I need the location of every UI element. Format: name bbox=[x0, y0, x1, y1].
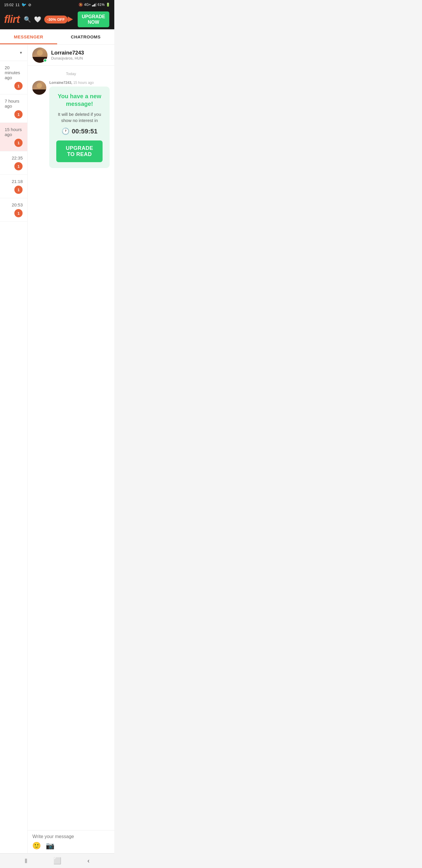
unread-badge: 1 bbox=[14, 82, 23, 90]
network-type: 4G+ bbox=[84, 3, 91, 7]
unread-badge: 1 bbox=[14, 162, 23, 170]
chat-username: Lorraine7243 bbox=[51, 50, 84, 56]
bottom-nav: ⦀ ⬜ ‹ bbox=[0, 853, 114, 868]
message-card: You have a new message! It will be delet… bbox=[49, 87, 109, 168]
time: 15:02 bbox=[4, 3, 14, 7]
battery-level: 61% bbox=[98, 3, 105, 7]
list-item[interactable]: 7 hours ago 1 bbox=[0, 94, 27, 123]
unread-badge: 1 bbox=[14, 209, 23, 217]
notification-count: 11 bbox=[15, 3, 20, 7]
message-sender-time: Lorraine7243, 15 hours ago bbox=[49, 81, 109, 85]
conversation-time: 20:53 bbox=[12, 202, 23, 207]
list-item[interactable]: 20 minutes ago 1 bbox=[0, 61, 27, 94]
list-item[interactable]: 21:18 1 bbox=[0, 175, 27, 198]
dnd-icon: ⊘ bbox=[28, 3, 31, 7]
app-logo: flirt bbox=[4, 14, 20, 25]
search-icon[interactable]: 🔍 bbox=[24, 16, 31, 23]
delete-warning: It will be deleted if you show no intere… bbox=[56, 111, 103, 123]
status-right: 🔕 4G+ 61% 🔋 bbox=[78, 3, 110, 7]
list-item[interactable]: 15 hours ago 1 bbox=[0, 123, 27, 151]
main-content: ▼ 20 minutes ago 1 7 hours ago 1 15 hour… bbox=[0, 44, 114, 853]
battery-icon: 🔋 bbox=[106, 3, 110, 7]
new-message-title: You have a new message! bbox=[56, 92, 103, 107]
conversations-sidebar: ▼ 20 minutes ago 1 7 hours ago 1 15 hour… bbox=[0, 44, 28, 853]
chevron-down-icon: ▼ bbox=[19, 51, 23, 55]
conversation-time: 22:35 bbox=[12, 155, 23, 160]
logo-text: flirt bbox=[4, 13, 20, 25]
avatar-wrapper bbox=[32, 48, 47, 63]
upgrade-to-read-button[interactable]: UPGRADE TO READ bbox=[56, 141, 103, 162]
status-left: 15:02 11 🐦 ⊘ bbox=[4, 2, 31, 7]
message-input[interactable] bbox=[32, 834, 109, 839]
list-item[interactable]: 20:53 1 bbox=[0, 198, 27, 222]
chat-panel: Lorraine7243 Dunaújváros, HUN Today Lorr… bbox=[28, 44, 114, 853]
timer-row: 🕐 00:59:51 bbox=[56, 128, 103, 135]
tab-chatrooms[interactable]: CHATROOMS bbox=[57, 29, 114, 44]
message-bubble-wrapper: Lorraine7243, 15 hours ago You have a ne… bbox=[49, 81, 109, 168]
upgrade-now-button[interactable]: UPGRADE NOW bbox=[78, 11, 109, 27]
sidebar-header[interactable]: ▼ bbox=[0, 44, 27, 61]
home-icon[interactable]: ⬜ bbox=[53, 857, 61, 865]
chat-header: Lorraine7243 Dunaújváros, HUN bbox=[28, 44, 114, 66]
input-icons: 🙂 📷 bbox=[32, 842, 109, 850]
heart-icon[interactable]: 🤍 bbox=[34, 16, 41, 23]
message-sender-avatar bbox=[32, 81, 46, 95]
message-row: Lorraine7243, 15 hours ago You have a ne… bbox=[32, 81, 109, 168]
signal-bars bbox=[92, 3, 96, 6]
conversation-time: 7 hours ago bbox=[5, 98, 23, 108]
unread-badge: 1 bbox=[14, 110, 23, 119]
list-item[interactable]: 22:35 1 bbox=[0, 151, 27, 175]
mute-icon: 🔕 bbox=[78, 3, 83, 7]
camera-icon[interactable]: 📷 bbox=[46, 842, 55, 850]
conversation-time: 21:18 bbox=[12, 179, 23, 184]
chat-location: Dunaújváros, HUN bbox=[51, 56, 84, 60]
unread-badge: 1 bbox=[14, 139, 23, 147]
unread-badge: 1 bbox=[14, 186, 23, 194]
conversation-time: 20 minutes ago bbox=[5, 65, 23, 80]
recent-apps-icon[interactable]: ⦀ bbox=[25, 857, 27, 865]
conversation-time: 15 hours ago bbox=[5, 127, 23, 137]
app-header: flirt 🔍 🤍 -30% OFF UPGRADE NOW 💬 16 bbox=[0, 9, 114, 29]
online-status-dot bbox=[43, 59, 47, 62]
chat-messages: Today Lorraine7243, 15 hours ago You hav… bbox=[28, 66, 114, 830]
twitter-icon: 🐦 bbox=[22, 2, 26, 7]
countdown-timer: 00:59:51 bbox=[72, 128, 98, 135]
chat-input-area: 🙂 📷 bbox=[28, 830, 114, 853]
discount-badge: -30% OFF bbox=[44, 16, 68, 24]
date-divider: Today bbox=[32, 71, 109, 76]
back-icon[interactable]: ‹ bbox=[87, 857, 89, 865]
emoji-icon[interactable]: 🙂 bbox=[32, 842, 41, 850]
clock-icon: 🕐 bbox=[62, 128, 69, 135]
chat-header-info: Lorraine7243 Dunaújváros, HUN bbox=[51, 50, 84, 60]
tabs-bar: MESSENGER CHATROOMS bbox=[0, 29, 114, 44]
status-bar: 15:02 11 🐦 ⊘ 🔕 4G+ 61% 🔋 bbox=[0, 0, 114, 9]
tab-messenger[interactable]: MESSENGER bbox=[0, 29, 57, 44]
